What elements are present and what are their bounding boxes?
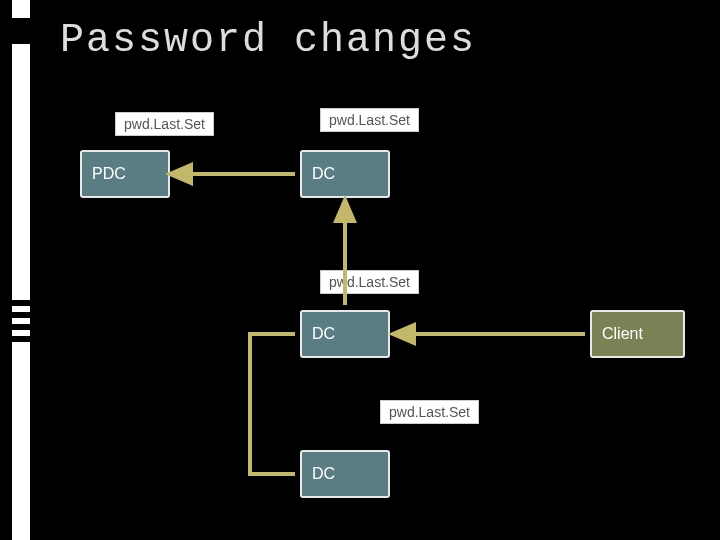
node-dc-3: DC xyxy=(300,450,390,498)
left-ribbon xyxy=(12,0,30,540)
slide: Password changes pwd.Last.Set pwd.Last.S… xyxy=(0,0,720,540)
label-pwdlastset-3: pwd.Last.Set xyxy=(320,270,419,294)
label-pwdlastset-1: pwd.Last.Set xyxy=(115,112,214,136)
label-pwdlastset-4: pwd.Last.Set xyxy=(380,400,479,424)
node-client: Client xyxy=(590,310,685,358)
slide-title: Password changes xyxy=(60,18,476,63)
label-pwdlastset-2: pwd.Last.Set xyxy=(320,108,419,132)
node-pdc: PDC xyxy=(80,150,170,198)
arrow-dc2-to-dc3-path xyxy=(250,334,295,474)
node-dc-1: DC xyxy=(300,150,390,198)
node-dc-2: DC xyxy=(300,310,390,358)
